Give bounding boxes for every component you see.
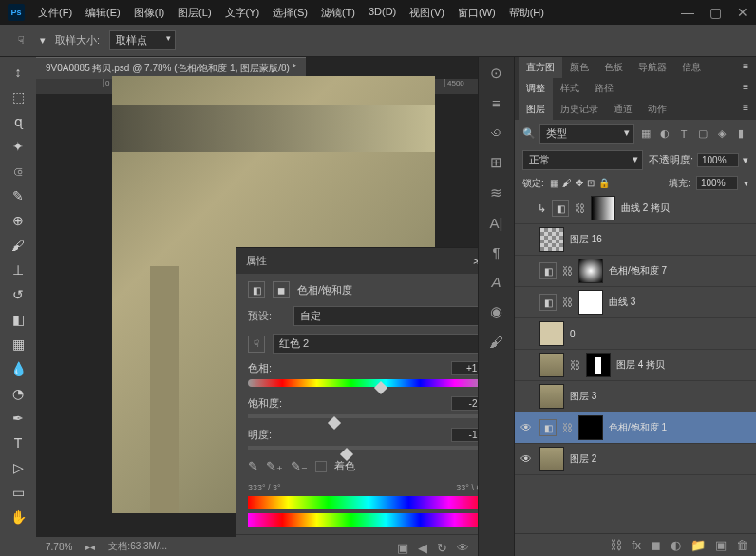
- mask-thumb[interactable]: [578, 290, 603, 315]
- tab-channels[interactable]: 通道: [606, 99, 640, 120]
- layer-row[interactable]: ↳ ◧ ⛓ 曲线 2 拷贝: [515, 193, 756, 224]
- filter-adj-icon[interactable]: ◐: [657, 127, 672, 141]
- crop-tool[interactable]: ⟃: [7, 160, 29, 182]
- prev-icon[interactable]: ◀: [418, 541, 427, 555]
- opacity-input[interactable]: 100%: [697, 153, 739, 167]
- strip-icon-7[interactable]: ¶: [492, 244, 500, 260]
- menu-3d[interactable]: 3D(D): [363, 2, 402, 24]
- new-layer-icon[interactable]: ▣: [715, 538, 727, 552]
- eraser-tool[interactable]: ◧: [7, 308, 29, 331]
- tab-layers[interactable]: 图层: [519, 99, 553, 120]
- minimize-button[interactable]: —: [681, 5, 694, 20]
- shape-tool[interactable]: ▭: [7, 481, 29, 504]
- menu-view[interactable]: 视图(V): [404, 2, 450, 24]
- layer-thumb[interactable]: [539, 321, 564, 346]
- panel-menu-icon-2[interactable]: ≡: [739, 78, 752, 99]
- layer-row[interactable]: 0: [515, 318, 756, 350]
- hue-bar-bottom[interactable]: [248, 513, 478, 527]
- tab-navigator[interactable]: 导航器: [631, 57, 674, 78]
- history-brush-tool[interactable]: ↺: [7, 283, 29, 306]
- filter-image-icon[interactable]: ▦: [638, 127, 653, 141]
- tab-color[interactable]: 颜色: [562, 57, 596, 78]
- eyedropper-icon[interactable]: ✎: [248, 459, 258, 473]
- strip-icon-6[interactable]: A|: [490, 215, 503, 231]
- fx-icon[interactable]: fx: [632, 538, 641, 552]
- move-tool[interactable]: ↕: [7, 61, 29, 84]
- mask-thumb[interactable]: [586, 353, 611, 377]
- tab-info[interactable]: 信息: [674, 57, 709, 78]
- tab-styles[interactable]: 样式: [553, 78, 587, 99]
- filter-toggle-icon[interactable]: ▮: [733, 127, 748, 141]
- expand-icon[interactable]: ▸◂: [85, 542, 95, 552]
- strip-icon-2[interactable]: ≡: [492, 95, 501, 111]
- menu-file[interactable]: 文件(F): [32, 2, 78, 24]
- eyedropper-minus-icon[interactable]: ✎₋: [291, 459, 308, 473]
- preset-dropdown[interactable]: 自定: [293, 306, 478, 326]
- layer-row[interactable]: ◧ ⛓ 色相/饱和度 7: [515, 256, 756, 287]
- link-layers-icon[interactable]: ⛓: [610, 538, 622, 552]
- finger-icon[interactable]: ☟: [248, 336, 265, 353]
- filter-shape-icon[interactable]: ▢: [695, 127, 710, 141]
- lasso-tool[interactable]: ɋ: [7, 110, 29, 133]
- dodge-tool[interactable]: ◔: [7, 382, 29, 405]
- panel-menu-icon[interactable]: ≡: [739, 57, 752, 78]
- doc-info[interactable]: 文档:63.3M/...: [108, 540, 167, 553]
- sample-size-dropdown[interactable]: 取样点: [109, 30, 176, 50]
- reset-icon[interactable]: ↻: [437, 541, 447, 555]
- brush-tool[interactable]: 🖌: [7, 234, 29, 257]
- blur-tool[interactable]: 💧: [7, 357, 29, 380]
- close-button[interactable]: ✕: [737, 5, 748, 20]
- path-select-tool[interactable]: ▷: [7, 456, 29, 479]
- tab-paths[interactable]: 路径: [587, 78, 621, 99]
- strip-icon-1[interactable]: ⊙: [490, 65, 502, 82]
- lock-position-icon[interactable]: ✥: [576, 178, 583, 188]
- lightness-value[interactable]: -18: [451, 428, 478, 442]
- lock-artboard-icon[interactable]: ⊡: [587, 178, 595, 188]
- color-range-dropdown[interactable]: 红色 2: [273, 334, 478, 354]
- tab-history[interactable]: 历史记录: [553, 99, 606, 120]
- menu-select[interactable]: 选择(S): [267, 2, 313, 24]
- hue-slider[interactable]: [248, 379, 478, 387]
- menu-type[interactable]: 文字(Y): [219, 2, 266, 24]
- strip-icon-10[interactable]: 🖌: [489, 334, 503, 350]
- pen-tool[interactable]: ✒: [7, 407, 29, 430]
- eyedropper-plus-icon[interactable]: ✎₊: [266, 459, 283, 473]
- colorize-checkbox[interactable]: [315, 461, 327, 472]
- strip-icon-3[interactable]: ꩜: [489, 125, 503, 141]
- strip-icon-4[interactable]: ⊞: [490, 154, 502, 171]
- layer-thumb[interactable]: [539, 384, 564, 409]
- maximize-button[interactable]: ▢: [709, 5, 722, 20]
- layer-thumb[interactable]: [539, 227, 564, 252]
- tab-swatches[interactable]: 色板: [596, 57, 631, 78]
- stamp-tool[interactable]: ⊥: [7, 259, 29, 281]
- search-icon[interactable]: 🔍: [522, 127, 536, 140]
- collapse-icon[interactable]: ≫ ≡: [473, 256, 478, 266]
- layer-row[interactable]: ⛓ 图层 4 拷贝: [515, 350, 756, 381]
- tab-actions[interactable]: 动作: [640, 99, 674, 120]
- mask-thumb[interactable]: [578, 415, 603, 440]
- strip-icon-8[interactable]: A: [491, 274, 501, 290]
- hue-bar-top[interactable]: [248, 496, 478, 509]
- group-icon[interactable]: 📁: [690, 538, 706, 552]
- menu-filter[interactable]: 滤镜(T): [315, 2, 361, 24]
- marquee-tool[interactable]: ⬚: [7, 86, 29, 108]
- visibility-icon[interactable]: 👁: [457, 541, 469, 555]
- gradient-tool[interactable]: ▦: [7, 333, 29, 355]
- strip-icon-9[interactable]: ◉: [490, 303, 502, 320]
- layer-row[interactable]: 图层 3: [515, 381, 756, 412]
- mask-thumb[interactable]: [591, 196, 615, 220]
- mask-thumb[interactable]: [578, 259, 603, 283]
- delete-icon[interactable]: 🗑: [736, 538, 748, 552]
- layer-thumb[interactable]: [539, 447, 564, 471]
- strip-icon-5[interactable]: ≋: [490, 184, 502, 201]
- layer-row[interactable]: 图层 16: [515, 224, 756, 256]
- healing-tool[interactable]: ⊕: [7, 209, 29, 232]
- visibility-toggle[interactable]: 👁: [520, 452, 534, 466]
- lock-pixels-icon[interactable]: ▦: [550, 178, 558, 188]
- lightness-slider[interactable]: [248, 446, 478, 450]
- layer-row[interactable]: 👁 图层 2: [515, 444, 756, 475]
- mask-icon[interactable]: ◼: [651, 538, 661, 552]
- menu-image[interactable]: 图像(I): [128, 2, 170, 24]
- type-tool[interactable]: T: [7, 431, 29, 454]
- magic-wand-tool[interactable]: ✦: [7, 135, 29, 158]
